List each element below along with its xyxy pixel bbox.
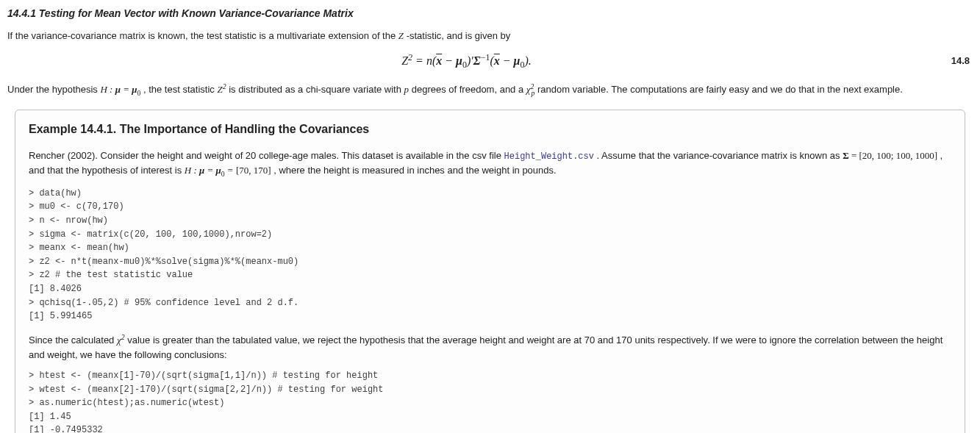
equation-body: Z2 = n(x − μ0)′Σ−1(x − μ0). [7,51,926,72]
section-number: 14.4.1 [7,7,36,19]
csv-filename: Height_Weight.csv [504,151,594,162]
intro-post: -statistic, and is given by [407,30,511,41]
intro-paragraph: If the variance-covariance matrix is kno… [7,29,973,43]
eq-lhs: Z [401,54,408,67]
under-t1: Under the hypothesis [7,84,100,95]
hypothesis-H: H : μ = μ0 [100,84,140,95]
z-symbol: Z [398,30,404,41]
code-block-2: > htest <- (meanx[1]-70)/(sqrt(sigma[1,1… [29,369,951,433]
intro-pre: If the variance-covariance matrix is kno… [7,30,398,41]
example-title: Example 14.4.1. The Importance of Handli… [29,121,951,138]
equation-row: Z2 = n(x − μ0)′Σ−1(x − μ0). 14.8 [7,51,973,72]
ex-p2a: Since the calculated [29,334,117,346]
hypothesis-full: H : μ = μ0 = [70, 170] [185,165,271,176]
ex-p1b: . Assume that the variance-covariance ma… [597,150,843,161]
chi2-symbol: χ2 [117,334,125,346]
ex-p1d: , where the height is measured in inches… [273,165,556,176]
example-p1: Rencher (2002). Consider the height and … [29,148,951,179]
equation-number: 14.8 [926,54,973,68]
sigma-matrix: Σ = [20, 100; 100, 1000] [843,150,937,161]
under-t5: random variable. The computations are fa… [537,84,903,95]
p-symbol: p [404,84,409,95]
under-t4: degrees of freedom, and a [412,84,526,95]
example-p2: Since the calculated χ2 value is greater… [29,332,951,362]
ex-p1a: Rencher (2002). Consider the height and … [29,150,504,161]
section-title-text: Testing for Mean Vector with Known Varia… [39,7,354,19]
chi2p-symbol: χ2p [526,84,534,95]
z2-symbol: Z2 [217,84,226,95]
code-block-1: > data(hw) > mu0 <- c(70,170) > n <- nro… [29,187,951,323]
ex-p2b: value is greater than the tabulated valu… [29,334,943,360]
example-box: Example 14.4.1. The Importance of Handli… [15,110,965,433]
under-t2: , the test statistic [143,84,217,95]
under-t3: is distributed as a chi-square variate w… [229,84,404,95]
section-heading: 14.4.1 Testing for Mean Vector with Know… [7,6,973,21]
under-hypothesis-paragraph: Under the hypothesis H : μ = μ0 , the te… [7,82,973,99]
eq-lhs-sup: 2 [408,52,412,62]
